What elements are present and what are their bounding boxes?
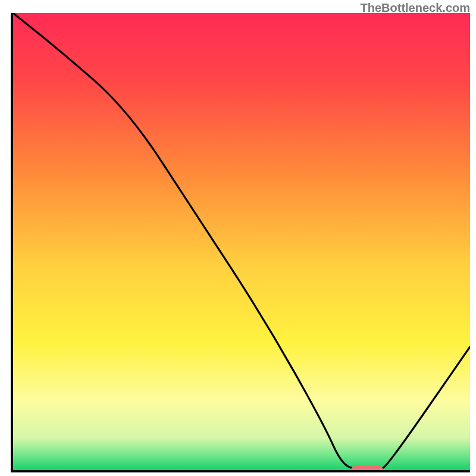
watermark-text: TheBottleneck.com [361, 1, 470, 15]
chart-line-curve [13, 13, 470, 470]
optimum-marker [351, 466, 383, 472]
chart-plot-area [11, 13, 470, 472]
